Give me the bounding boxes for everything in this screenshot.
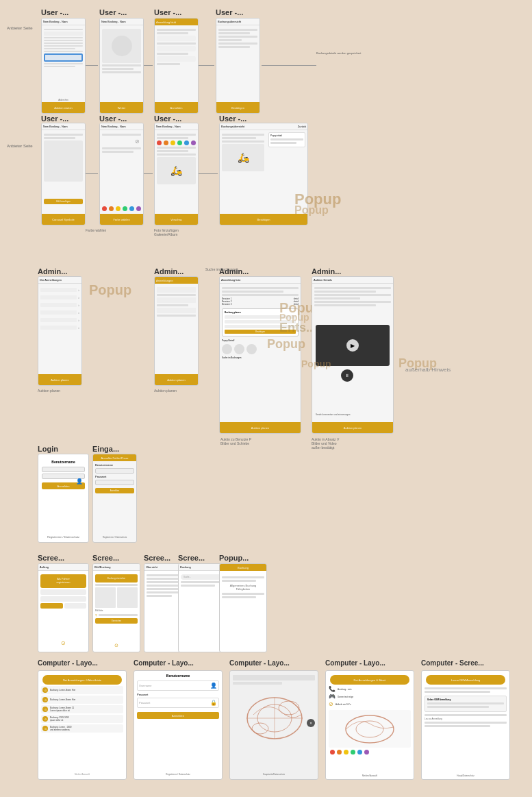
- frame-u1[interactable]: New Booking - Nam Auktion starten Abbrec…: [41, 18, 86, 114]
- frame-s2[interactable]: Bild/Buchung Buchung einreichen Bild bit…: [92, 563, 140, 652]
- frame-s1[interactable]: Auftrag Als Fahrerregistrieren ⊙: [38, 563, 89, 652]
- popup-label-admin1: Popup: [89, 282, 131, 298]
- frame-label-u7: User -...: [154, 114, 181, 123]
- frame-label-u5: User -...: [41, 114, 68, 123]
- frame-u7[interactable]: New Booking - Nam 🛵 Vorschau: [154, 123, 199, 225]
- frame-eingabe[interactable]: Anmelde Fehler/Proze Benutzername Passwo…: [92, 454, 137, 543]
- frame-label-s2: Scree...: [92, 554, 119, 562]
- frame-login[interactable]: Benutzername 👤 Anmelden Registrieren / D…: [38, 454, 89, 543]
- row2-bottom-label: Farbe wählen: [86, 228, 106, 232]
- frame-c2[interactable]: Benutzername Username 👤 Passwort Passwor…: [134, 670, 223, 780]
- frame-label-s5: Popup...: [219, 554, 249, 562]
- row2-bottom-label2: Foto hinzufügenGaleerie/Album: [154, 228, 179, 236]
- section-note-2: Anbieter Seite: [7, 144, 33, 148]
- frame-label-c4: Computer - Layo...: [325, 659, 385, 667]
- frame-label-c2: Computer - Layo...: [134, 659, 194, 667]
- frame-label-login: Login: [38, 445, 58, 453]
- scooter-svg: [329, 710, 411, 748]
- popup-label-a6: Popup: [301, 358, 331, 369]
- frame-u6[interactable]: New Booking - Nam ⊘ Farbe wählen: [99, 123, 144, 225]
- popup-sublabel: außerhalb Hinweis: [405, 367, 451, 373]
- ext-label-1: Buchungsdetails werden gespeichert: [316, 51, 385, 55]
- frame-label-u6: User -...: [99, 114, 127, 123]
- frame-a4[interactable]: Auktion Details ▶ ⏸ Sende kommentare und…: [312, 276, 394, 434]
- frame-c5[interactable]: Lorem GEM Anmeldung Geben GEM Anmeldung …: [421, 670, 510, 780]
- arrow-u1u2: [86, 65, 98, 66]
- frame-label-u3: User -...: [154, 8, 181, 16]
- sketch-svg: [233, 687, 316, 749]
- frame-s5[interactable]: Buchung Allgemeines BuchungFähigkeiten: [219, 563, 267, 652]
- frame-label-u8: User -...: [219, 114, 246, 123]
- frame-u3[interactable]: Anmeldung läuft Anmelden: [154, 18, 199, 114]
- admin-bottom-label3: Auktio zu Benutze PBilder und Schiebe: [220, 437, 251, 445]
- frame-label-a2: Admin...: [154, 267, 183, 275]
- frame-label-s1: Scree...: [38, 554, 64, 562]
- admin-section-label: Suche im Buchungen: [205, 267, 238, 271]
- frame-u5[interactable]: New Booking - Nam Bild hinzufügen Carous…: [41, 123, 86, 225]
- frame-label-s4: Scree...: [178, 554, 205, 562]
- frame-c4[interactable]: Nei Anmeldungen ⊙ Menü 📞 Anrufung - nein…: [325, 670, 414, 780]
- admin-bottom-label4: Auktio in Absatz VBilder und Videoaußer …: [312, 437, 339, 450]
- frame-u4[interactable]: Buchungsübersicht Bestätigen: [216, 18, 260, 114]
- frame-label-c1: Computer - Layo...: [38, 659, 98, 667]
- admin-bottom-label1: Auktion planen: [38, 389, 60, 393]
- svg-point-4: [252, 723, 268, 734]
- popup-label-a5: Popup: [267, 337, 305, 352]
- frame-a2[interactable]: Anmeldungen Auktion planen: [154, 276, 199, 386]
- svg-point-6: [346, 715, 394, 743]
- frame-label-c5: Computer - Scree...: [421, 659, 484, 667]
- frame-label-u4: User -...: [216, 8, 243, 16]
- arrow-u7u8: [199, 173, 218, 174]
- frame-label-s3: Scree...: [144, 554, 170, 562]
- arrow-u2u3: [144, 65, 153, 66]
- section-note-1: Anbieter Seite: [7, 26, 33, 30]
- frame-c3[interactable]: ✕ Hauptseite/Datenschutz: [229, 670, 318, 780]
- frame-c1[interactable]: Nei Anmeldungen ⊙ Menüleiste ⊙ Buchung: …: [38, 670, 127, 780]
- arrow-u5u6: [86, 173, 98, 174]
- arrow-u6u7: [144, 173, 153, 174]
- main-canvas: User -... New Booking - Nam Auktion star…: [0, 0, 532, 797]
- frame-label-eingabe: Einga...: [92, 445, 119, 453]
- color-palette-6: [102, 206, 141, 211]
- frame-u2[interactable]: New Booking - Nam Weiter: [99, 18, 144, 114]
- popup-label-admin4: Ents...: [279, 321, 316, 335]
- popup-label-2: Popup: [294, 204, 329, 217]
- frame-label-u2: User -...: [99, 8, 127, 16]
- admin-bottom-label2: Auktion planen: [154, 389, 177, 393]
- frame-label-a1: Admin...: [38, 267, 67, 275]
- frame-label-u1: User -...: [41, 8, 68, 16]
- color-palette-c4: [330, 750, 409, 755]
- frame-label-c3: Computer - Layo...: [229, 659, 290, 667]
- arrow-u3u4: [199, 65, 214, 66]
- frame-a1[interactable]: Der Anmeldungen › › › › ›: [38, 276, 82, 386]
- color-palette-7: [157, 140, 196, 145]
- frame-label-a4: Admin...: [312, 267, 341, 275]
- arrow-u4ext: [262, 65, 316, 66]
